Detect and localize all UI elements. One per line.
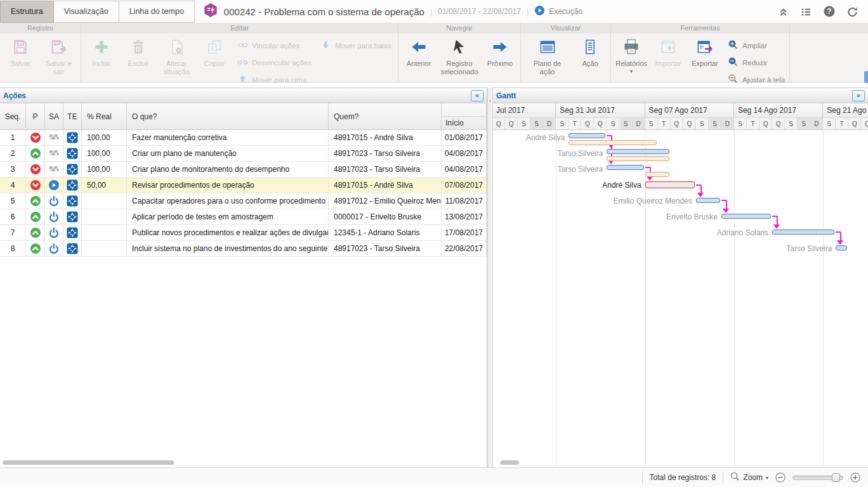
zoom-out-button[interactable] <box>775 472 786 483</box>
zoom-slider-track[interactable] <box>792 476 843 480</box>
delete-button[interactable]: Excluir <box>120 35 157 90</box>
change-status-button[interactable]: Alterar situação <box>157 35 196 90</box>
column-header-start[interactable]: Início <box>442 103 487 129</box>
gantt-link-line <box>840 232 841 241</box>
action-button[interactable]: Ação <box>572 35 608 81</box>
zoom-in-button[interactable]: Ampliar <box>728 39 785 51</box>
prev-button[interactable]: Anterior <box>400 35 437 81</box>
add-button[interactable]: Incluir <box>83 35 120 90</box>
ribbon-group-registro: RegistroSalvarSalvar e sair <box>0 23 81 82</box>
panel-splitter[interactable]: ‹ <box>487 88 493 467</box>
ribbon-group-body: IncluirExcluirAlterar situaçãoCopiarVinc… <box>81 34 398 91</box>
gantt-link-arrow-icon <box>647 176 653 181</box>
collapse-panel-button[interactable]: « <box>471 90 483 101</box>
actions-hscrollbar-thumb[interactable] <box>3 460 174 465</box>
column-header-what[interactable]: O que? <box>127 103 329 129</box>
gantt-bar-planned-task-2[interactable] <box>607 156 669 161</box>
table-row-action-4[interactable]: 450,00Revisar procedimentos de operação4… <box>0 178 487 193</box>
table-row-action-5[interactable]: 5Capacitar operadores para o uso conform… <box>0 193 487 209</box>
gantt-bar-current-task-4[interactable] <box>645 181 695 188</box>
column-header-sa[interactable]: SA <box>45 103 63 129</box>
ribbon-button-label: Relatórios <box>615 60 647 68</box>
gantt-link-arrow-icon <box>837 240 843 245</box>
prev-icon <box>410 38 428 58</box>
gantt-hscrollbar-thumb[interactable] <box>500 460 519 465</box>
fit-screen-button[interactable]: Ajustar à tela <box>728 74 785 86</box>
gantt-bar-actual-task-6[interactable] <box>721 214 771 219</box>
cell-seq: 6 <box>0 209 26 225</box>
table-row-action-2[interactable]: 2100,00Criar um plano de manutenção48917… <box>0 146 487 162</box>
zoom-dropdown[interactable]: Zoom ▾ <box>730 472 768 483</box>
gantt-bar-actual-task-7[interactable] <box>772 230 834 235</box>
page-title: 000242 - Problema com o sistema de opera… <box>224 6 424 17</box>
gantt-row-label: Tarso Silveira <box>493 241 832 257</box>
gantt-bar-actual-task-2[interactable] <box>607 149 669 154</box>
cell-start-date: 01/08/2017 <box>442 130 487 146</box>
ribbon-toolbar: RegistroSalvarSalvar e sairEditarIncluir… <box>0 23 868 82</box>
reports-button[interactable]: Relatórios▾ <box>613 35 650 90</box>
selected-record-icon <box>450 38 468 58</box>
zoom-dropdown-label: Zoom <box>743 473 763 482</box>
gantt-row-label: André Silva <box>493 130 565 146</box>
top-tab-bar: EstruturaVisualizaçãoLinha do tempo 0002… <box>0 0 868 23</box>
help-icon[interactable]: ? <box>824 6 835 17</box>
import-button[interactable]: Importar <box>650 35 687 90</box>
splitter-grip-icon[interactable]: ‹ <box>488 98 492 104</box>
gantt-day-header: Q <box>772 117 785 129</box>
link-button[interactable]: Vincular ações <box>237 39 312 51</box>
save-exit-button[interactable]: Salvar e sair <box>39 35 79 81</box>
edge-handle[interactable] <box>864 71 868 83</box>
refresh-icon[interactable] <box>847 6 858 17</box>
gantt-bar-actual-task-3[interactable] <box>607 165 643 170</box>
expand-panel-button[interactable]: » <box>852 90 865 101</box>
cell-start-date: 13/08/2017 <box>442 209 487 225</box>
tab-estrutura[interactable]: Estrutura <box>0 1 54 23</box>
unlink-button[interactable]: Desvincular ações <box>237 56 312 68</box>
column-header-seq[interactable]: Seq. <box>0 103 26 129</box>
move-up-button[interactable]: Mover para cima <box>237 74 312 86</box>
copy-button[interactable]: Copiar <box>196 35 233 90</box>
tab-visualização[interactable]: Visualização <box>54 1 119 23</box>
zoom-slider-handle[interactable] <box>832 473 840 482</box>
gantt-bar-actual-task-8[interactable] <box>836 245 847 250</box>
export-button[interactable]: Exportar <box>687 35 723 90</box>
statusbar-divider <box>642 472 643 483</box>
table-row-action-3[interactable]: 3100,00Criar plano de monitoramento do d… <box>0 162 487 178</box>
gantt-bar-planned-task-3[interactable] <box>645 172 669 177</box>
table-row-action-1[interactable]: 1100,00Fazer manutenção corretiva4891701… <box>0 130 487 146</box>
save-icon <box>11 38 29 58</box>
action-plan-button[interactable]: Plano de ação <box>523 35 572 81</box>
ribbon-group-label: Navegar <box>398 23 520 34</box>
move-down-button[interactable]: Mover para baixo <box>320 39 391 51</box>
priority-down-icon <box>26 130 45 146</box>
zoom-in-button[interactable] <box>850 472 860 483</box>
gantt-panel: Gantt » Jul 2017QQSSDSeg 31 Jul 2017STQQ… <box>493 88 868 467</box>
collapse-top-icon[interactable] <box>778 6 789 17</box>
column-header-real[interactable]: % Real <box>82 103 127 129</box>
gantt-bar-actual-task-5[interactable] <box>696 198 720 203</box>
cell-seq: 1 <box>0 130 26 146</box>
situation-not-started-icon <box>45 241 63 257</box>
gantt-row-label: Erivelto Bruske <box>493 209 718 225</box>
gantt-week-header: Seg 31 Jul 2017 <box>556 103 645 117</box>
table-row-action-7[interactable]: 7Publicar novos procedimentos e realizar… <box>0 225 487 241</box>
save-button[interactable]: Salvar <box>2 35 39 81</box>
table-row-action-8[interactable]: 8Incluir sistema no plano de investiment… <box>0 241 487 257</box>
table-row-action-6[interactable]: 6Aplicar período de testes em amostragem… <box>0 209 487 225</box>
situation-not-started-icon <box>45 225 63 241</box>
list-menu-icon[interactable] <box>801 6 812 17</box>
gantt-bar-planned-task-1[interactable] <box>569 140 656 145</box>
tab-linha-do-tempo[interactable]: Linha do tempo <box>119 1 195 23</box>
column-header-te[interactable]: TE <box>63 103 82 129</box>
column-header-p[interactable]: P <box>26 103 45 129</box>
chevron-down-icon: ▾ <box>766 475 768 481</box>
gantt-bar-actual-task-1[interactable] <box>569 133 605 138</box>
next-button[interactable]: Próximo <box>482 35 518 81</box>
cell-who: 48917015 - André Silva <box>329 178 442 193</box>
selected-record-button[interactable]: Registro selecionado <box>437 35 482 81</box>
column-header-label: TE <box>67 112 77 121</box>
zoom-out-button[interactable]: Reduzir <box>728 56 785 68</box>
ribbon-group-label: Ferramentas <box>611 23 789 34</box>
situation-not-started-icon <box>45 209 63 225</box>
column-header-who[interactable]: Quem? <box>329 103 442 129</box>
